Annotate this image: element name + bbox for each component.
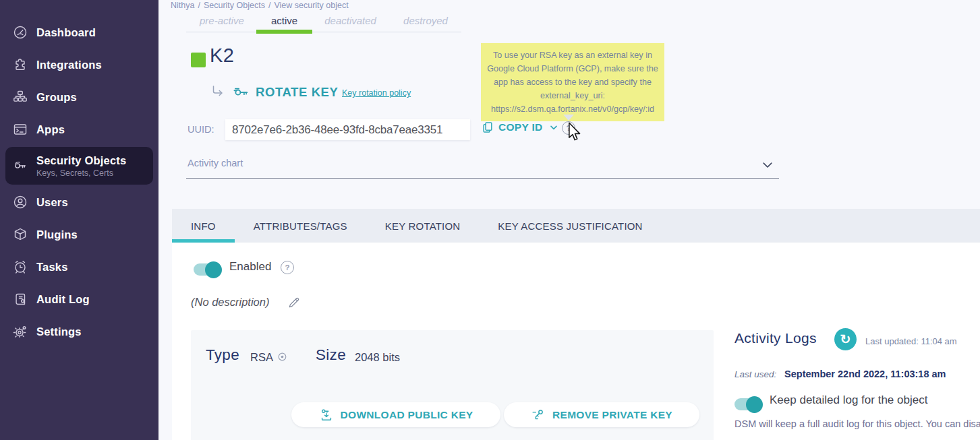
rotate-key-button[interactable]: ROTATE KEY [256, 85, 338, 100]
sidebar-item-label: Integrations [36, 59, 102, 71]
enabled-label: Enabled [229, 260, 271, 274]
sidebar-item-label: Tasks [36, 261, 68, 274]
sidebar-item-label: Security Objects [36, 154, 126, 167]
sidebar-item-sublabel: Keys, Secrets, Certs [36, 168, 126, 178]
dashboard-icon [12, 24, 28, 40]
sidebar-item-apps[interactable]: Apps [0, 113, 158, 146]
tab-deactivated[interactable]: deactivated [324, 11, 376, 31]
sidebar-item-security-objects[interactable]: Security Objects Keys, Secrets, Certs [5, 147, 153, 185]
key-icon [12, 158, 28, 174]
key-properties-card: Type RSA Size 2048 bits DOWNLOAD PUBLIC … [191, 330, 714, 440]
refresh-icon[interactable]: ↻ [834, 328, 857, 350]
lifecycle-tabs: pre-active active deactivated destroyed [186, 10, 461, 32]
terminal-window-icon [12, 121, 28, 137]
radio-selected-icon [277, 351, 288, 363]
key-download-icon [319, 408, 334, 422]
sidebar-item-settings[interactable]: Settings [0, 315, 158, 348]
sidebar-item-plugins[interactable]: Plugins [0, 218, 158, 251]
alarm-clock-icon [12, 259, 28, 275]
tooltip-arrow [563, 115, 574, 121]
sidebar-item-label: Dashboard [36, 26, 96, 39]
activity-chart-label: Activity chart [188, 158, 243, 168]
sidebar-item-label: Audit Log [36, 293, 90, 306]
sidebar-item-tasks[interactable]: Tasks [0, 251, 158, 283]
type-value: RSA [250, 351, 273, 364]
sidebar-item-label: Plugins [36, 228, 78, 241]
breadcrumb: Nithya/Security Objects/View security ob… [171, 1, 349, 10]
activity-logs-title: Activity Logs [734, 330, 817, 346]
cube-icon [12, 226, 28, 243]
arrow-turn-icon [210, 84, 226, 100]
description-placeholder: (No description) [191, 296, 269, 309]
keep-detailed-log-toggle[interactable] [734, 398, 761, 410]
org-chart-icon [12, 89, 28, 105]
puzzle-icon [12, 57, 28, 73]
tab-active[interactable]: active [271, 11, 297, 31]
sidebar: Dashboard Integrations Groups Apps [0, 0, 158, 440]
tab-key-access-justification[interactable]: KEY ACCESS JUSTIFICATION [479, 209, 661, 243]
chevron-down-icon [548, 122, 559, 133]
type-label: Type [206, 346, 239, 364]
enabled-toggle[interactable] [194, 263, 221, 276]
toggle-knob [205, 261, 222, 278]
copy-id-button[interactable]: COPY ID [481, 121, 559, 134]
remove-private-key-button[interactable]: REMOVE PRIVATE KEY [504, 402, 699, 427]
copy-id-label: COPY ID [498, 121, 543, 133]
gcp-external-key-tooltip: To use your RSA key as an external key i… [481, 43, 664, 121]
key-status-swatch [191, 53, 206, 67]
main-content: Nithya/Security Objects/View security ob… [158, 0, 980, 440]
tab-pre-active[interactable]: pre-active [200, 11, 244, 31]
last-updated-text: Last updated: 11:04 am [865, 336, 957, 346]
last-used-label: Last used: [734, 369, 776, 379]
breadcrumb-account[interactable]: Nithya [171, 1, 194, 10]
sidebar-item-label: Apps [36, 123, 65, 136]
activity-chart-expand-chevron-icon[interactable] [761, 158, 774, 172]
remove-private-key-label: REMOVE PRIVATE KEY [552, 409, 672, 421]
sidebar-item-groups[interactable]: Groups [0, 81, 158, 113]
tab-attributes-tags[interactable]: ATTRIBUTES/TAGS [235, 209, 366, 243]
download-public-key-label: DOWNLOAD PUBLIC KEY [341, 409, 473, 421]
activity-chart-divider [186, 178, 779, 179]
help-icon[interactable]: ? [281, 261, 294, 274]
size-label: Size [316, 346, 346, 364]
copy-icon [481, 121, 494, 134]
keep-detailed-log-label: Keep detailed log for the object [770, 394, 927, 407]
sidebar-item-integrations[interactable]: Integrations [0, 49, 158, 81]
sidebar-item-audit-log[interactable]: Audit Log [0, 283, 158, 315]
keep-log-description: DSM will keep a full audit log for this … [734, 418, 980, 429]
last-used-row: Last used: September 22nd 2022, 11:03:18… [734, 369, 946, 379]
mouse-cursor [567, 122, 583, 142]
key-rotation-policy-link[interactable]: Key rotation policy [342, 88, 411, 98]
last-used-value: September 22nd 2022, 11:03:18 am [784, 369, 946, 379]
dsm-security-object-page: Dashboard Integrations Groups Apps [0, 0, 980, 440]
tab-key-rotation[interactable]: KEY ROTATION [366, 209, 480, 243]
detail-tabbar: INFO ATTRIBUTES/TAGS KEY ROTATION KEY AC… [172, 209, 980, 243]
size-value: 2048 bits [355, 351, 400, 364]
tab-destroyed[interactable]: destroyed [403, 11, 448, 31]
gear-icon [12, 323, 28, 340]
uuid-value[interactable]: 8702e7e6-2b36-48ee-93fd-8cba7eae3351 [225, 119, 470, 140]
sidebar-item-users[interactable]: Users [0, 186, 158, 218]
audit-scroll-icon [12, 291, 28, 307]
uuid-label: UUID: [188, 124, 214, 135]
sidebar-item-label: Settings [36, 325, 82, 338]
breadcrumb-security-objects[interactable]: Security Objects [204, 1, 265, 10]
sidebar-item-label: Users [36, 196, 68, 209]
rotate-key-icon [231, 82, 250, 101]
tab-info[interactable]: INFO [172, 209, 235, 243]
key-name: K2 [210, 44, 234, 67]
sidebar-item-label: Groups [36, 91, 77, 104]
detail-panel: INFO ATTRIBUTES/TAGS KEY ROTATION KEY AC… [172, 209, 980, 440]
user-circle-icon [12, 194, 28, 210]
sidebar-item-dashboard[interactable]: Dashboard [0, 16, 158, 49]
breadcrumb-current: View security object [274, 1, 348, 10]
download-public-key-button[interactable]: DOWNLOAD PUBLIC KEY [291, 402, 500, 427]
toggle-knob [746, 396, 763, 413]
key-minus-icon [531, 408, 546, 422]
edit-pencil-icon[interactable] [287, 296, 301, 309]
